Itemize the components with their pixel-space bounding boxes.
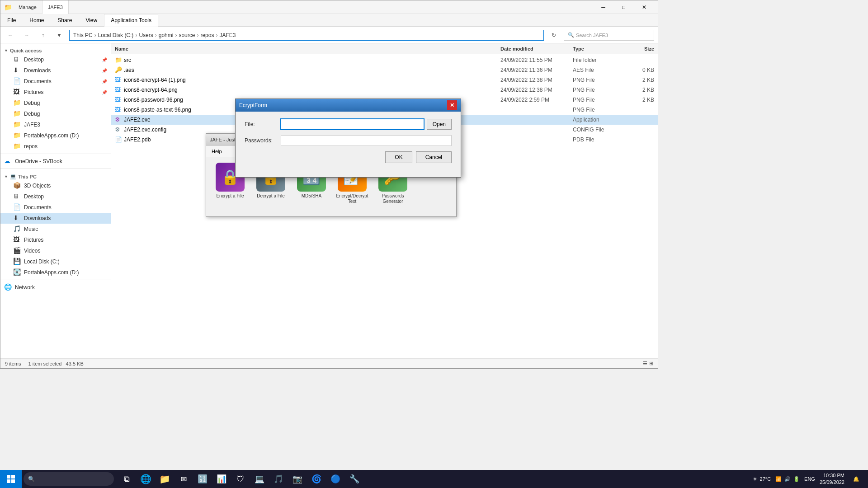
- folder-icon: 📁: [13, 99, 21, 107]
- col-header-name[interactable]: Name: [115, 46, 500, 52]
- file-input[interactable]: [281, 119, 424, 130]
- file-name: icons8-paste-as-text-96.png: [124, 107, 191, 113]
- sidebar-item-downloads[interactable]: ⬇Downloads 📌: [0, 65, 111, 76]
- view-list-icon[interactable]: ☰: [643, 361, 647, 366]
- file-name: icons8-encrypt-64.png: [124, 87, 178, 93]
- svg-rect-0: [7, 475, 10, 479]
- sidebar-item-debug2[interactable]: 📁Debug: [0, 108, 111, 119]
- up-button[interactable]: ↑: [37, 29, 49, 42]
- sidebar-item-portableapps2[interactable]: 💽PortableApps.com (D:): [0, 267, 111, 278]
- mail-icon[interactable]: ✉: [175, 470, 193, 488]
- minimize-button[interactable]: ─: [593, 0, 613, 14]
- table-row[interactable]: 🖼icons8-encrypt-64 (1).png 24/09/2022 12…: [111, 75, 658, 85]
- taskbar-search[interactable]: 🔍: [24, 472, 114, 486]
- dialog-close-button[interactable]: ✕: [447, 100, 457, 110]
- crumb-thispc: This PC: [73, 32, 93, 38]
- taskbar-icons: ⧉ 🌐 📁 ✉ 🔢 📊 🛡 💻 🎵 📷 🌀 🔵 🔧: [116, 470, 365, 488]
- refresh-button[interactable]: ↻: [547, 29, 560, 42]
- pictures-icon: 🖼: [13, 88, 21, 96]
- notification-button[interactable]: 🔔: [849, 472, 863, 486]
- svg-rect-1: [11, 475, 15, 479]
- tab-share[interactable]: Share: [51, 14, 79, 26]
- app6-icon[interactable]: 📷: [288, 470, 307, 488]
- sidebar-item-onedrive[interactable]: ☁OneDrive - SVBook: [0, 156, 111, 167]
- sidebar-item-3dobjects[interactable]: 📦3D Objects: [0, 180, 111, 191]
- sidebar-item-desktop[interactable]: 🖥Desktop 📌: [0, 54, 111, 65]
- taskbar: 🔍 ⧉ 🌐 📁 ✉ 🔢 📊 🛡 💻 🎵 📷 🌀 🔵 🔧 ☀ 27°C 📶 🔊 🔋…: [0, 470, 868, 488]
- sidebar-item-localdisk[interactable]: 💾Local Disk (C:): [0, 256, 111, 267]
- table-row[interactable]: 🖼icons8-encrypt-64.png 24/09/2022 12:38 …: [111, 85, 658, 95]
- sidebar-item-desktop2[interactable]: 🖥Desktop: [0, 191, 111, 202]
- cancel-button[interactable]: Cancel: [416, 151, 452, 163]
- app1-icon[interactable]: 🔢: [193, 470, 212, 488]
- col-header-type[interactable]: Type: [573, 46, 618, 52]
- localdisk-icon: 💾: [13, 258, 21, 266]
- sidebar-item-repos[interactable]: 📁repos: [0, 141, 111, 152]
- recent-button[interactable]: ▼: [53, 29, 66, 42]
- search-box[interactable]: 🔍 Search JAFE3: [564, 30, 654, 41]
- tab-manage[interactable]: Manage: [13, 0, 42, 14]
- view-grid-icon[interactable]: ⊞: [649, 361, 653, 366]
- explorer-taskbar-icon[interactable]: 📁: [156, 470, 174, 488]
- address-path[interactable]: This PC › Local Disk (C:) › Users › gohm…: [69, 30, 544, 41]
- edge-icon[interactable]: 🌐: [137, 470, 155, 488]
- back-button[interactable]: ←: [4, 29, 17, 42]
- app5-icon[interactable]: 🎵: [269, 470, 288, 488]
- sidebar-item-documents[interactable]: 📄Documents 📌: [0, 76, 111, 87]
- quickaccess-section[interactable]: ▼ Quick access: [0, 45, 111, 54]
- passwords-label: Passwords:: [245, 137, 281, 144]
- app7-icon[interactable]: 🌀: [307, 470, 326, 488]
- close-button[interactable]: ✕: [634, 0, 654, 14]
- app3-icon[interactable]: 🛡: [231, 470, 250, 488]
- config-icon: ⚙: [115, 126, 122, 133]
- thispc-section[interactable]: ▼ 💻 This PC: [0, 171, 111, 180]
- table-row[interactable]: 📁src 24/09/2022 11:55 PM File folder: [111, 55, 658, 65]
- col-header-size[interactable]: Size: [618, 46, 654, 52]
- ok-button[interactable]: OK: [385, 151, 412, 163]
- search-icon: 🔍: [28, 476, 35, 482]
- videos-icon: 🎬: [13, 247, 21, 255]
- tab-view[interactable]: View: [79, 14, 104, 26]
- pdb-icon: 📄: [115, 136, 122, 143]
- file-name: JAFE2.exe.config: [124, 127, 166, 133]
- dialog-title: EcryptForm: [239, 102, 447, 108]
- ecryptform-dialog: EcryptForm ✕ File: Open Passwords: OK Ca…: [235, 99, 461, 178]
- sidebar-item-portableapps[interactable]: 📁PortableApps.com (D:): [0, 130, 111, 141]
- downloads2-icon: ⬇: [13, 214, 21, 222]
- tab-home[interactable]: Home: [23, 14, 51, 26]
- app8-icon[interactable]: 🔵: [326, 470, 344, 488]
- aes-icon: 🔑: [115, 66, 122, 74]
- app2-icon[interactable]: 📊: [212, 470, 231, 488]
- tab-file[interactable]: File: [0, 14, 23, 26]
- app9-icon[interactable]: 🔧: [345, 470, 363, 488]
- sidebar-item-network[interactable]: 🌐Network: [0, 282, 111, 293]
- sidebar-item-pictures2[interactable]: 🖼Pictures: [0, 235, 111, 245]
- jafe-menu-help[interactable]: Help: [208, 148, 226, 155]
- sidebar-item-videos[interactable]: 🎬Videos: [0, 245, 111, 256]
- sidebar-item-debug1[interactable]: 📁Debug: [0, 98, 111, 108]
- file-list-header: Name Date modified Type Size: [111, 43, 658, 54]
- maximize-button[interactable]: □: [613, 0, 634, 14]
- tab-jafe[interactable]: JAFE3: [42, 0, 69, 14]
- taskview-button[interactable]: ⧉: [118, 470, 136, 488]
- explorer-icon: 📁: [4, 4, 11, 11]
- sidebar-item-jafe3[interactable]: 📁JAFE3: [0, 119, 111, 130]
- ribbon: File Home Share View Application Tools: [0, 14, 658, 27]
- portableapps-icon: 💽: [13, 268, 21, 277]
- windows-logo-icon: [7, 475, 15, 483]
- passwords-input[interactable]: [281, 135, 452, 146]
- col-header-date[interactable]: Date modified: [500, 46, 573, 52]
- sidebar-item-documents2[interactable]: 📄Documents: [0, 202, 111, 213]
- forward-button[interactable]: →: [20, 29, 33, 42]
- tab-application-tools[interactable]: Application Tools: [104, 14, 158, 27]
- open-button[interactable]: Open: [427, 119, 452, 130]
- crumb-users: Users: [139, 32, 153, 38]
- sidebar-item-downloads2[interactable]: ⬇Downloads: [0, 213, 111, 224]
- app4-icon[interactable]: 💻: [250, 470, 269, 488]
- table-row[interactable]: 🔑.aes 24/09/2022 11:36 PM AES File 0 KB: [111, 65, 658, 75]
- statusbar-right: ☰ ⊞: [643, 361, 653, 366]
- start-button[interactable]: [0, 470, 22, 488]
- sidebar-item-pictures[interactable]: 🖼Pictures 📌: [0, 87, 111, 98]
- passgen-label: Passwords Generator: [374, 193, 411, 204]
- sidebar-item-music[interactable]: 🎵Music: [0, 224, 111, 235]
